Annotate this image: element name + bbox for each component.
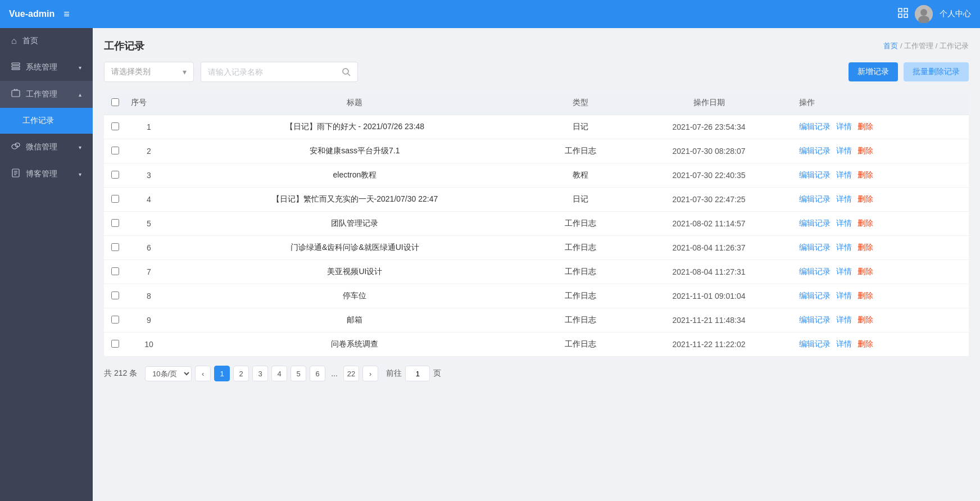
row-title: 邮箱 bbox=[171, 308, 538, 333]
row-checkbox[interactable] bbox=[104, 260, 126, 284]
avatar bbox=[915, 5, 933, 23]
breadcrumb-home[interactable]: 首页 bbox=[883, 42, 898, 50]
row-title: 停车位 bbox=[171, 284, 538, 308]
menu-toggle-icon[interactable]: ≡ bbox=[63, 8, 70, 20]
page-btn-2[interactable]: 2 bbox=[233, 366, 249, 381]
edit-action[interactable]: 编辑记录 bbox=[799, 122, 831, 131]
row-checkbox[interactable] bbox=[104, 163, 126, 188]
add-record-button[interactable]: 新增记录 bbox=[849, 62, 898, 81]
row-title: 美亚视频UI设计 bbox=[171, 260, 538, 284]
sidebar-item-work[interactable]: 工作管理 ▴ bbox=[0, 81, 93, 108]
row-actions: 编辑记录 详情 删除 bbox=[795, 260, 969, 284]
chevron-down-icon: ▾ bbox=[79, 65, 81, 71]
header-left: Vue-admin ≡ bbox=[9, 8, 70, 20]
edit-action[interactable]: 编辑记录 bbox=[799, 194, 831, 203]
edit-action[interactable]: 编辑记录 bbox=[799, 339, 831, 348]
row-type: 工作日志 bbox=[538, 260, 623, 284]
svg-rect-2 bbox=[899, 14, 902, 17]
sidebar-item-work-record[interactable]: 工作记录 bbox=[0, 108, 93, 134]
page-size-select[interactable]: 10条/页 20条/页 50条/页 bbox=[145, 366, 192, 381]
table-row: 5 团队管理记录 工作日志 2021-08-02 11:14:57 编辑记录 详… bbox=[104, 212, 969, 236]
row-checkbox[interactable] bbox=[104, 333, 126, 357]
delete-action[interactable]: 删除 bbox=[858, 315, 873, 324]
detail-action[interactable]: 详情 bbox=[836, 218, 852, 227]
edit-action[interactable]: 编辑记录 bbox=[799, 315, 831, 324]
row-checkbox[interactable] bbox=[104, 139, 126, 163]
row-date: 2021-11-21 11:48:34 bbox=[623, 308, 795, 333]
row-type: 工作日志 bbox=[538, 236, 623, 260]
row-date: 2021-11-22 11:22:02 bbox=[623, 333, 795, 357]
edit-action[interactable]: 编辑记录 bbox=[799, 243, 831, 252]
delete-action[interactable]: 删除 bbox=[858, 339, 873, 348]
row-actions: 编辑记录 详情 删除 bbox=[795, 236, 969, 260]
search-button[interactable] bbox=[335, 62, 357, 81]
edit-action[interactable]: 编辑记录 bbox=[799, 291, 831, 300]
edit-action[interactable]: 编辑记录 bbox=[799, 218, 831, 227]
edit-action[interactable]: 编辑记录 bbox=[799, 146, 831, 155]
row-checkbox[interactable] bbox=[104, 188, 126, 212]
page-btn-3[interactable]: 3 bbox=[252, 366, 268, 381]
category-select[interactable]: 请选择类别 ▾ bbox=[104, 62, 194, 82]
page-btn-4[interactable]: 4 bbox=[271, 366, 287, 381]
table-header-row: 序号 标题 类型 操作日期 操作 bbox=[104, 91, 969, 115]
row-title: 门诊绿通&齿科问诊&就医绿通UI设计 bbox=[171, 236, 538, 260]
row-checkbox[interactable] bbox=[104, 308, 126, 333]
detail-action[interactable]: 详情 bbox=[836, 122, 852, 131]
detail-action[interactable]: 详情 bbox=[836, 339, 852, 348]
row-checkbox[interactable] bbox=[104, 236, 126, 260]
row-index: 9 bbox=[126, 308, 171, 333]
detail-action[interactable]: 详情 bbox=[836, 291, 852, 300]
detail-action[interactable]: 详情 bbox=[836, 243, 852, 252]
detail-action[interactable]: 详情 bbox=[836, 170, 852, 179]
row-title: 问卷系统调查 bbox=[171, 333, 538, 357]
delete-action[interactable]: 删除 bbox=[858, 218, 873, 227]
detail-action[interactable]: 详情 bbox=[836, 315, 852, 324]
select-arrow-icon: ▾ bbox=[183, 67, 187, 76]
detail-action[interactable]: 详情 bbox=[836, 194, 852, 203]
row-checkbox[interactable] bbox=[104, 284, 126, 308]
fullscreen-icon[interactable] bbox=[898, 8, 908, 20]
records-table: 序号 标题 类型 操作日期 操作 1 【日记】雨下的好大 - 2021/07/2… bbox=[104, 91, 969, 357]
delete-action[interactable]: 删除 bbox=[858, 122, 873, 131]
row-date: 2021-07-26 23:54:34 bbox=[623, 115, 795, 139]
row-actions: 编辑记录 详情 删除 bbox=[795, 308, 969, 333]
col-type: 类型 bbox=[538, 91, 623, 115]
edit-action[interactable]: 编辑记录 bbox=[799, 170, 831, 179]
col-index: 序号 bbox=[126, 91, 171, 115]
sidebar-item-home[interactable]: ⌂ 首页 bbox=[0, 28, 93, 54]
sidebar-item-system[interactable]: 系统管理 ▾ bbox=[0, 54, 93, 81]
delete-action[interactable]: 删除 bbox=[858, 267, 873, 276]
user-label[interactable]: 个人中心 bbox=[940, 9, 971, 19]
sidebar-item-label: 工作管理 bbox=[26, 89, 73, 99]
row-actions: 编辑记录 详情 删除 bbox=[795, 163, 969, 188]
goto-input[interactable] bbox=[405, 366, 430, 381]
detail-action[interactable]: 详情 bbox=[836, 146, 852, 155]
next-page-button[interactable]: › bbox=[362, 366, 378, 381]
delete-action[interactable]: 删除 bbox=[858, 146, 873, 155]
edit-action[interactable]: 编辑记录 bbox=[799, 267, 831, 276]
select-all-checkbox[interactable] bbox=[111, 98, 119, 106]
main-content: 工作记录 首页 / 工作管理 / 工作记录 请选择类别 ▾ bbox=[93, 28, 980, 501]
detail-action[interactable]: 详情 bbox=[836, 267, 852, 276]
svg-line-18 bbox=[348, 74, 350, 76]
search-input[interactable] bbox=[201, 67, 335, 76]
prev-page-button[interactable]: ‹ bbox=[195, 366, 211, 381]
row-checkbox[interactable] bbox=[104, 115, 126, 139]
batch-delete-button[interactable]: 批量删除记录 bbox=[904, 62, 969, 81]
sidebar-item-blog[interactable]: 博客管理 ▾ bbox=[0, 161, 93, 188]
row-title: electron教程 bbox=[171, 163, 538, 188]
delete-action[interactable]: 删除 bbox=[858, 170, 873, 179]
delete-action[interactable]: 删除 bbox=[858, 243, 873, 252]
page-btn-6[interactable]: 6 bbox=[310, 366, 325, 381]
delete-action[interactable]: 删除 bbox=[858, 194, 873, 203]
page-btn-5[interactable]: 5 bbox=[291, 366, 306, 381]
table-row: 1 【日记】雨下的好大 - 2021/07/26 23:48 日记 2021-0… bbox=[104, 115, 969, 139]
row-type: 日记 bbox=[538, 188, 623, 212]
table-row: 9 邮箱 工作日志 2021-11-21 11:48:34 编辑记录 详情 删除 bbox=[104, 308, 969, 333]
page-btn-22[interactable]: 22 bbox=[343, 366, 359, 381]
delete-action[interactable]: 删除 bbox=[858, 291, 873, 300]
row-checkbox[interactable] bbox=[104, 212, 126, 236]
sidebar-item-wechat[interactable]: 微信管理 ▾ bbox=[0, 134, 93, 161]
svg-rect-10 bbox=[12, 90, 20, 97]
page-btn-1[interactable]: 1 bbox=[214, 366, 230, 381]
